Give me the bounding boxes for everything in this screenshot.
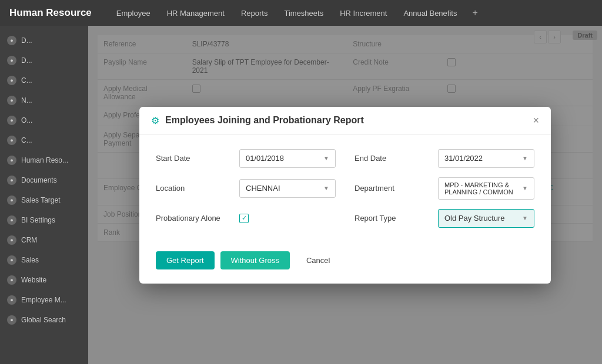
form-grid: Start Date 01/01/2018 ▼ End Date 31/01/2… xyxy=(156,149,534,228)
sidebar-label-human-resource: Human Reso... xyxy=(21,156,68,164)
probationary-label: Probationary Alone xyxy=(156,214,232,223)
report-type-row: Report Type Old Pay Structure ▼ xyxy=(354,209,534,228)
sidebar-label-o1: O... xyxy=(21,116,32,124)
sidebar-label-sales-target: Sales Target xyxy=(21,196,61,204)
sidebar-icon-sales: ● xyxy=(7,255,16,265)
cancel-button[interactable]: Cancel xyxy=(296,251,340,269)
sidebar: ● D... ● D... ● C... ● N... ● O... ● C..… xyxy=(0,26,88,364)
report-type-caret-icon: ▼ xyxy=(522,215,528,221)
sidebar-label-documents: Documents xyxy=(21,176,57,184)
nav-timesheets[interactable]: Timesheets xyxy=(283,6,325,20)
get-report-button[interactable]: Get Report xyxy=(156,251,215,269)
start-date-input[interactable]: 01/01/2018 ▼ xyxy=(239,149,336,168)
sidebar-label-c2: C... xyxy=(21,136,32,144)
modal-body: Start Date 01/01/2018 ▼ End Date 31/01/2… xyxy=(139,135,551,242)
modal-settings-icon: ⚙ xyxy=(151,115,159,126)
modal-dialog: ⚙ Employees Joining and Probationary Rep… xyxy=(139,107,551,284)
end-date-input[interactable]: 31/01/2022 ▼ xyxy=(438,149,534,168)
top-navigation: Human Resource Employee HR Management Re… xyxy=(0,0,602,26)
sidebar-item-d2[interactable]: ● D... xyxy=(0,50,88,70)
sidebar-icon-website: ● xyxy=(7,275,16,285)
report-type-label: Report Type xyxy=(354,214,431,223)
start-date-value: 01/01/2018 xyxy=(246,154,284,163)
sidebar-label-bi-settings: BI Settings xyxy=(21,216,55,224)
sidebar-icon-sales-target: ● xyxy=(7,196,16,205)
nav-annual-benefits[interactable]: Annual Benefits xyxy=(402,6,458,20)
department-value: MPD - MARKETING & PLANNING / COMMON xyxy=(444,181,520,196)
sidebar-label-sales: Sales xyxy=(21,256,39,264)
nav-hr-increment[interactable]: HR Increment xyxy=(339,6,388,20)
location-value: CHENNAI xyxy=(246,184,280,193)
department-row: Department MPD - MARKETING & PLANNING / … xyxy=(354,177,534,200)
end-date-value: 31/01/2022 xyxy=(444,154,483,163)
modal-title: Employees Joining and Probationary Repor… xyxy=(165,115,364,126)
sidebar-item-employee-m[interactable]: ● Employee M... xyxy=(0,290,88,310)
sidebar-item-crm[interactable]: ● CRM xyxy=(0,230,88,250)
sidebar-label-d2: D... xyxy=(21,56,32,65)
sidebar-icon-n1: ● xyxy=(7,96,16,105)
sidebar-icon-crm: ● xyxy=(7,235,16,245)
end-date-caret-icon: ▼ xyxy=(522,155,528,161)
sidebar-label-c1: C... xyxy=(21,76,32,85)
sidebar-item-sales-target[interactable]: ● Sales Target xyxy=(0,190,88,210)
sidebar-item-global-search[interactable]: ● Global Search xyxy=(0,310,88,330)
location-caret-icon: ▼ xyxy=(323,185,329,191)
report-type-select[interactable]: Old Pay Structure ▼ xyxy=(438,209,534,228)
sidebar-icon-documents: ● xyxy=(7,176,16,185)
sidebar-icon-global-search: ● xyxy=(7,315,16,325)
location-input[interactable]: CHENNAI ▼ xyxy=(239,179,336,198)
sidebar-item-c1[interactable]: ● C... xyxy=(0,70,88,90)
sidebar-item-o1[interactable]: ● O... xyxy=(0,110,88,130)
main-layout: ● D... ● D... ● C... ● N... ● O... ● C..… xyxy=(0,26,602,364)
sidebar-icon-human-resource: ● xyxy=(7,156,16,165)
modal-header: ⚙ Employees Joining and Probationary Rep… xyxy=(139,107,551,135)
sidebar-label-employee-m: Employee M... xyxy=(21,296,66,304)
modal-footer: Get Report Without Gross Cancel xyxy=(139,242,551,284)
content-area: ‹ › Draft Reference SLIP/43778 Structure… xyxy=(88,26,602,364)
sidebar-label-crm: CRM xyxy=(21,236,37,244)
sidebar-icon-bi-settings: ● xyxy=(7,215,16,225)
modal-title-row: ⚙ Employees Joining and Probationary Rep… xyxy=(151,115,364,126)
probationary-row: Probationary Alone ✓ xyxy=(156,209,336,228)
sidebar-item-d1[interactable]: ● D... xyxy=(0,31,88,50)
sidebar-icon-d2: ● xyxy=(7,56,16,65)
sidebar-label-n1: N... xyxy=(21,96,32,105)
start-date-row: Start Date 01/01/2018 ▼ xyxy=(156,149,336,168)
sidebar-label-global-search: Global Search xyxy=(21,316,66,324)
end-date-label: End Date xyxy=(354,154,431,163)
start-date-caret-icon: ▼ xyxy=(323,155,329,161)
location-row: Location CHENNAI ▼ xyxy=(156,177,336,200)
start-date-label: Start Date xyxy=(156,154,232,163)
report-type-value: Old Pay Structure xyxy=(444,214,505,223)
nav-hr-management[interactable]: HR Management xyxy=(166,6,226,20)
sidebar-label-website: Website xyxy=(21,276,46,284)
sidebar-item-website[interactable]: ● Website xyxy=(0,270,88,290)
sidebar-icon-c1: ● xyxy=(7,76,16,85)
sidebar-item-n1[interactable]: ● N... xyxy=(0,90,88,110)
nav-employee[interactable]: Employee xyxy=(115,6,152,20)
department-label: Department xyxy=(354,184,431,193)
without-gross-button[interactable]: Without Gross xyxy=(220,251,290,269)
modal-close-button[interactable]: × xyxy=(533,115,539,126)
nav-add-icon[interactable]: + xyxy=(472,8,477,18)
app-brand: Human Resource xyxy=(9,7,92,19)
sidebar-icon-c2: ● xyxy=(7,136,16,145)
sidebar-icon-o1: ● xyxy=(7,116,16,125)
sidebar-icon-employee-m: ● xyxy=(7,295,16,305)
modal-overlay: ⚙ Employees Joining and Probationary Rep… xyxy=(88,26,602,364)
probationary-checkbox[interactable]: ✓ xyxy=(239,214,249,223)
department-caret-icon: ▼ xyxy=(522,185,528,191)
sidebar-item-human-resource[interactable]: ● Human Reso... xyxy=(0,150,88,170)
sidebar-item-bi-settings[interactable]: ● BI Settings xyxy=(0,210,88,230)
location-label: Location xyxy=(156,184,232,193)
check-icon: ✓ xyxy=(242,214,247,222)
sidebar-label-d1: D... xyxy=(21,36,32,45)
end-date-row: End Date 31/01/2022 ▼ xyxy=(354,149,534,168)
department-input[interactable]: MPD - MARKETING & PLANNING / COMMON ▼ xyxy=(438,177,534,200)
nav-reports[interactable]: Reports xyxy=(240,6,269,20)
sidebar-item-documents[interactable]: ● Documents xyxy=(0,170,88,190)
sidebar-item-sales[interactable]: ● Sales xyxy=(0,250,88,270)
sidebar-icon-d1: ● xyxy=(7,36,16,45)
sidebar-item-c2[interactable]: ● C... xyxy=(0,130,88,150)
